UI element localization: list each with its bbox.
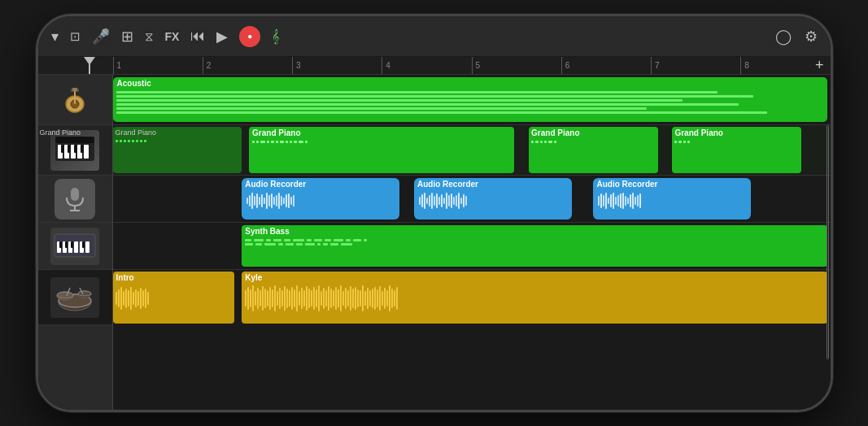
svg-point-34 [57,292,73,298]
track-header-drums[interactable] [38,270,112,325]
rewind-icon[interactable]: ⏮ [190,28,205,45]
piano-clip-left[interactable]: Grand Piano [113,127,242,173]
ruler-mark-7: 7 [651,57,740,74]
ruler-mark-4: 4 [382,57,471,74]
svg-rect-29 [71,241,73,248]
synth-track-row: Synth Bass [113,223,831,270]
drums-intro-clip[interactable]: Intro [113,272,235,324]
mic-track-row: Audio Recorder [113,176,831,223]
svg-rect-26 [85,241,89,253]
track-header-synth[interactable] [38,223,112,270]
svg-rect-16 [81,145,84,153]
svg-point-36 [78,291,91,296]
guitar-icon [55,80,95,120]
svg-rect-24 [74,241,78,253]
svg-rect-13 [61,145,64,153]
ruler-marks: 1 2 3 4 5 6 7 8 [113,57,831,74]
synth-clip-label: Synth Bass [242,225,827,237]
toolbar: ▾ ⊡ 🎤 ⊞ ⧖ FX ⏮ ▶ ● 𝄞 ◯ ⚙ [38,16,831,57]
ruler-mark-1: 1 [113,57,203,74]
tracks-area: Grand Piano [38,75,831,410]
track-headers: Grand Piano [38,75,113,410]
piano-clip-mid-label: Grand Piano [249,127,514,139]
track-header-guitar[interactable] [38,75,112,125]
svg-rect-30 [82,241,85,248]
acoustic-clip-label: Acoustic [113,77,827,89]
piano-clip-mid[interactable]: Grand Piano [249,127,514,173]
svg-rect-17 [71,188,79,201]
audio-clip-2[interactable]: Audio Recorder [414,178,572,220]
svg-rect-7 [55,137,94,143]
audio-clip-3[interactable]: Audio Recorder [593,178,751,220]
headphone-icon[interactable]: ◯ [775,28,792,46]
svg-rect-28 [65,241,68,248]
drums-kyle-clip[interactable]: Kyle [242,272,827,324]
dropdown-icon[interactable]: ▾ [51,28,59,46]
svg-rect-14 [68,145,71,153]
audio-clip-1[interactable]: Audio Recorder [242,178,399,220]
add-track-button[interactable]: + [815,57,824,74]
piano-clip-right1[interactable]: Grand Piano [529,127,658,173]
synth-icon [50,228,99,265]
track-header-mic[interactable] [38,176,112,223]
grid-icon[interactable]: ⊞ [121,28,133,46]
drums-track-row: Intro [113,270,831,325]
drums-kyle-label: Kyle [242,272,827,284]
piano-clip-right1-label: Grand Piano [529,127,658,139]
drums-intro-label: Intro [113,272,235,284]
acoustic-clip[interactable]: Acoustic [113,77,827,122]
mic-icon[interactable]: 🎤 [92,28,110,46]
ruler: 1 2 3 4 5 6 7 8 + [38,57,831,75]
track-header-piano[interactable]: Grand Piano [38,125,112,176]
view-icon[interactable]: ⊡ [70,29,81,44]
phone-frame: ▾ ⊡ 🎤 ⊞ ⧖ FX ⏮ ▶ ● 𝄞 ◯ ⚙ 1 2 3 4 5 6 7 8… [36,14,833,412]
fx-label[interactable]: FX [165,30,180,43]
svg-rect-12 [84,145,89,159]
scroll-bracket [827,125,829,359]
playhead [89,57,90,74]
ruler-mark-5: 5 [472,57,561,74]
audio-clip-1-label: Audio Recorder [242,178,399,190]
tracks-content: Acoustic Grand Piano [113,75,831,410]
play-icon[interactable]: ▶ [216,28,228,46]
ruler-mark-2: 2 [203,57,292,74]
ruler-mark-3: 3 [292,57,382,74]
piano-clip-left-label: Grand Piano [113,127,242,138]
piano-track-label: Grand Piano [40,128,81,137]
tuner-icon[interactable]: 𝄞 [272,29,279,44]
guitar-track-row: Acoustic [113,75,831,125]
svg-rect-15 [74,145,77,153]
ruler-mark-6: 6 [561,57,651,74]
eq-icon[interactable]: ⧖ [145,29,154,44]
settings-icon[interactable]: ⚙ [805,28,818,46]
piano-track-row: Grand Piano Grand Piano [113,125,831,176]
svg-rect-27 [59,241,62,248]
record-button[interactable]: ● [239,26,260,47]
piano-clip-right2[interactable]: Grand Piano [672,127,801,173]
mic-track-icon [55,179,95,220]
synth-clip[interactable]: Synth Bass [242,225,827,267]
audio-clip-2-label: Audio Recorder [414,178,572,190]
piano-clip-right2-label: Grand Piano [672,127,801,139]
audio-clip-3-label: Audio Recorder [593,178,751,190]
drums-icon [50,277,99,318]
